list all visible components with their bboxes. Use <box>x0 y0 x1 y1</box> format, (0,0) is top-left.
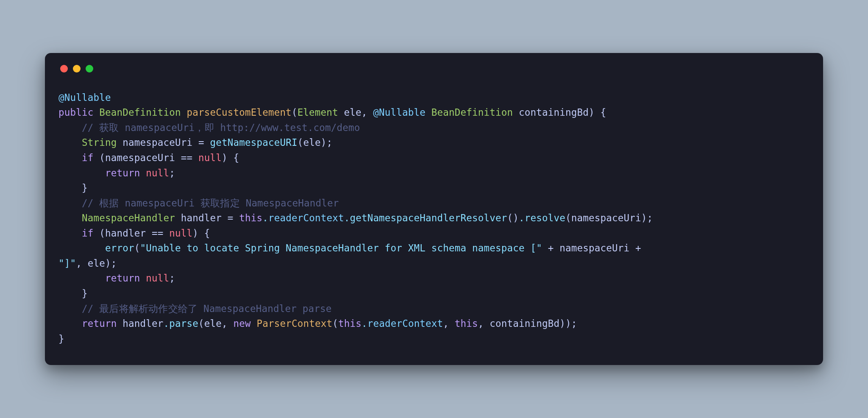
property: readerContext <box>367 318 443 329</box>
this-keyword: this <box>338 318 362 329</box>
code-window: @Nullable public BeanDefinition parseCus… <box>45 53 823 365</box>
arg: containingBd <box>490 318 559 329</box>
keyword-if: if <box>82 228 94 239</box>
arg: ele <box>303 137 320 148</box>
arg: ele <box>204 318 222 329</box>
var-name: namespaceUri <box>122 137 192 148</box>
arg: namespaceUri <box>571 212 641 223</box>
arg: ele <box>88 258 105 269</box>
param-name: containingBd <box>519 107 589 118</box>
maximize-icon[interactable] <box>86 65 93 72</box>
null-literal: null <box>198 152 222 163</box>
null-literal: null <box>146 167 169 178</box>
keyword-if: if <box>82 152 94 163</box>
keyword-public: public <box>58 107 93 118</box>
keyword-new: new <box>233 318 250 329</box>
null-literal: null <box>169 228 192 239</box>
minimize-icon[interactable] <box>73 65 81 72</box>
var-ref: handler <box>105 228 146 239</box>
var-ref: namespaceUri <box>559 242 629 254</box>
var-name: handler <box>181 212 222 223</box>
var-ref: namespaceUri <box>105 152 175 163</box>
method-call: error <box>105 242 134 254</box>
annotation: @Nullable <box>58 92 111 103</box>
keyword-return: return <box>82 318 117 329</box>
comment: // 最后将解析动作交给了 NamespaceHandler parse <box>82 303 331 314</box>
this-keyword: this <box>455 318 478 329</box>
param-type: BeanDefinition <box>431 107 513 118</box>
code-block: @Nullable public BeanDefinition parseCus… <box>58 90 810 346</box>
param-name: ele <box>344 107 362 118</box>
keyword-return: return <box>105 167 140 178</box>
return-type: BeanDefinition <box>99 107 181 118</box>
keyword-return: return <box>105 273 140 284</box>
string-literal: "]" <box>58 258 76 269</box>
var-type: NamespaceHandler <box>82 212 175 223</box>
null-literal: null <box>146 273 169 284</box>
this-keyword: this <box>239 212 262 223</box>
window-titlebar <box>58 65 810 72</box>
method-name: parseCustomElement <box>186 107 291 118</box>
var-type: String <box>82 137 117 148</box>
method-call: parse <box>169 318 198 329</box>
comment: // 根据 namespaceUri 获取指定 NamespaceHandler <box>82 198 339 209</box>
constructor-call: ParserContext <box>256 318 332 329</box>
method-call: getNamespaceHandlerResolver <box>350 212 507 223</box>
param-type: Element <box>298 107 338 118</box>
method-call: resolve <box>525 212 565 223</box>
string-literal: "Unable to locate Spring NamespaceHandle… <box>140 242 542 254</box>
property: readerContext <box>268 212 344 223</box>
var-ref: handler <box>122 318 163 329</box>
annotation: @Nullable <box>373 107 426 118</box>
comment: // 获取 namespaceUri，即 http://www.test.com… <box>82 122 360 133</box>
close-icon[interactable] <box>60 65 68 72</box>
method-call: getNamespaceURI <box>210 137 297 148</box>
